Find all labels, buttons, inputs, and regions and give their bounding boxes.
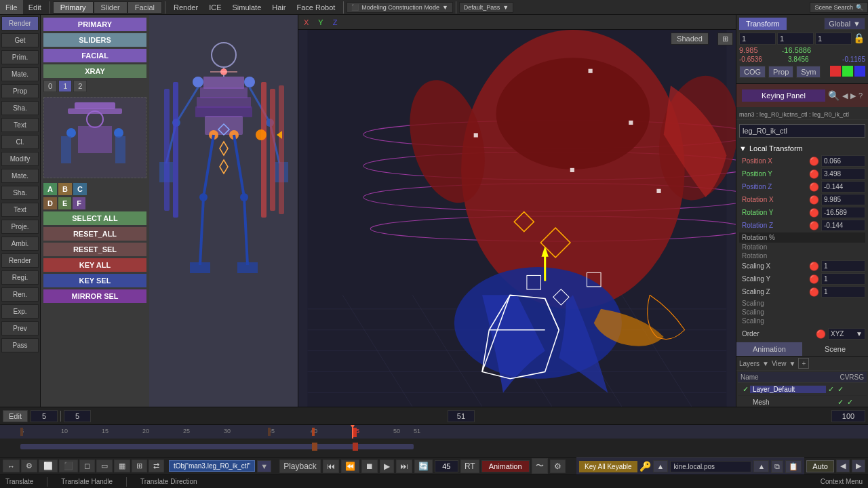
key-keyable-icon[interactable]: 🔑 (639, 461, 651, 472)
left-btn-render2[interactable]: Render (1, 253, 39, 268)
transform-x-input[interactable] (739, 33, 776, 45)
pb-wave[interactable]: 〜 (532, 458, 548, 474)
btn-reset-all[interactable]: RESET_ALL (43, 227, 146, 241)
layers-label[interactable]: Layers (739, 360, 760, 367)
btn-mirror-sel[interactable]: MIRROR SEL (43, 289, 146, 303)
order-lock[interactable]: 🔴 (814, 329, 828, 339)
key-paste-btn[interactable]: 📋 (785, 460, 802, 473)
keying-help-icon[interactable]: ? (859, 92, 863, 100)
frame-end-input[interactable] (448, 410, 475, 422)
num-btn-0[interactable]: 0 (43, 80, 57, 92)
key-pos-up[interactable]: ▲ (753, 460, 769, 472)
key-keyable-btn[interactable]: Key All Keyable (579, 461, 637, 472)
object-path[interactable]: tObj"man3.leg_R0_ik_ctl" (169, 460, 255, 472)
btn-reset-sel[interactable]: RESET_SEL (43, 243, 146, 256)
object-name-field[interactable] (739, 124, 865, 138)
color-b[interactable] (854, 66, 865, 77)
local-pos-z-val[interactable] (821, 181, 865, 192)
layer-0-v[interactable]: ✓ (835, 384, 845, 394)
menu-ice[interactable]: ICE (203, 0, 226, 14)
local-rot-x-lock[interactable]: 🔴 (807, 195, 821, 205)
left-btn-ambi[interactable]: Ambi. (1, 237, 39, 251)
tool-9[interactable]: ⇄ (149, 460, 164, 472)
local-scl-z-lock[interactable]: 🔴 (807, 287, 821, 297)
playback-label-btn[interactable]: Playback (279, 460, 321, 473)
local-pos-y-lock[interactable]: 🔴 (807, 169, 821, 179)
letter-e[interactable]: E (58, 197, 71, 209)
transform-z-input[interactable] (815, 33, 852, 45)
key-copy-btn[interactable]: ⧉ (771, 460, 783, 473)
btn-key-all[interactable]: KEY ALL (43, 258, 146, 272)
local-pos-x-val[interactable] (821, 155, 865, 167)
menu-hair[interactable]: Hair (267, 0, 291, 14)
frame-current-input[interactable] (64, 410, 91, 422)
pb-prev-key[interactable]: ⏪ (341, 460, 359, 473)
pb-loop[interactable]: 🔄 (414, 460, 433, 473)
keying-next-icon[interactable]: ▶ (850, 92, 856, 100)
layer-1-check[interactable] (741, 397, 750, 407)
view-label[interactable]: View (772, 360, 787, 367)
local-rot-z-lock[interactable]: 🔴 (807, 221, 821, 230)
auto-btn[interactable]: Auto (806, 460, 834, 472)
menu-face-robot[interactable]: Face Robot (291, 0, 340, 14)
frame-start-input[interactable] (31, 410, 58, 422)
layer-1-c[interactable] (826, 397, 835, 407)
local-pos-y-val[interactable] (821, 168, 865, 180)
pb-to-end[interactable]: ⏭ (396, 460, 412, 473)
timeline-edit-btn[interactable]: Edit (3, 410, 28, 422)
keying-panel-btn[interactable]: Keying Panel (742, 89, 825, 102)
left-btn-get[interactable]: Get (1, 33, 39, 47)
color-g[interactable] (842, 66, 853, 77)
viewport-content[interactable]: Shaded ⊞ (298, 30, 736, 407)
left-btn-pass[interactable]: Pass (1, 338, 39, 352)
pb-stop[interactable]: ⏹ (361, 460, 378, 473)
left-btn-mate[interactable]: Mate. (1, 67, 39, 81)
order-dropdown[interactable]: XYZ ▼ (828, 328, 865, 340)
layer-1-name[interactable]: Mesh (750, 399, 826, 406)
tab-animation[interactable]: Animation (736, 342, 802, 356)
btn-primary[interactable]: PRIMARY (43, 18, 146, 31)
mode-dropdown[interactable]: ⬛ Modeling Construction Mode ▼ (347, 2, 452, 13)
menu-simulate[interactable]: Simulate (226, 0, 267, 14)
layer-0-s[interactable] (854, 384, 864, 394)
axis-y[interactable]: Y (315, 18, 326, 26)
left-btn-text2[interactable]: Text (1, 203, 39, 217)
num-btn-1[interactable]: 1 (58, 80, 72, 92)
letter-c[interactable]: C (73, 183, 87, 195)
global-dropdown[interactable]: Global ▼ (824, 18, 865, 30)
timeline-tracks[interactable] (0, 439, 868, 457)
scene-search[interactable]: Scene Search 🔍 (810, 2, 868, 13)
btn-select-all[interactable]: SELECT ALL (43, 211, 146, 225)
local-scl-y-lock[interactable]: 🔴 (807, 274, 821, 284)
local-transform-header[interactable]: ▼ Local Transform (739, 144, 865, 152)
layer-0-r[interactable] (845, 384, 854, 394)
axis-x[interactable]: X (301, 18, 311, 26)
btn-key-sel[interactable]: KEY SEL (43, 274, 146, 287)
tab-scene[interactable]: Scene (802, 342, 868, 356)
tool-4[interactable]: ⬛ (59, 460, 78, 472)
keying-search-icon[interactable]: 🔍 (828, 90, 840, 101)
layer-1-v[interactable]: ✓ (835, 397, 845, 407)
tool-3[interactable]: ⬜ (39, 460, 58, 472)
letter-f[interactable]: F (73, 197, 85, 209)
pass-dropdown[interactable]: Default_Pass ▼ (459, 2, 513, 13)
left-btn-text[interactable]: Text (1, 118, 39, 132)
obj-path-dropdown[interactable]: ▼ (257, 460, 271, 472)
layer-1-r[interactable]: ✓ (845, 397, 854, 407)
left-btn-exp[interactable]: Exp. (1, 304, 39, 319)
letter-d[interactable]: D (43, 197, 57, 209)
tab-slider[interactable]: Slider (94, 1, 127, 14)
auto-next[interactable]: ▶ (852, 460, 865, 472)
left-btn-prim[interactable]: Prim. (1, 50, 39, 64)
local-rot-y-val[interactable] (821, 207, 865, 218)
pb-rt[interactable]: RT (460, 460, 479, 473)
left-btn-modify[interactable]: Modify (1, 152, 39, 166)
tool-6[interactable]: ▭ (96, 460, 113, 472)
tab-primary[interactable]: Primary (53, 1, 94, 14)
btn-sliders[interactable]: SLIDERS (43, 33, 146, 47)
tool-7[interactable]: ▦ (114, 460, 130, 472)
view-down[interactable]: ▼ (789, 360, 795, 367)
layers-down[interactable]: ▼ (762, 360, 769, 367)
tab-facial[interactable]: Facial (127, 1, 162, 14)
left-btn-mate2[interactable]: Mate. (1, 169, 39, 183)
